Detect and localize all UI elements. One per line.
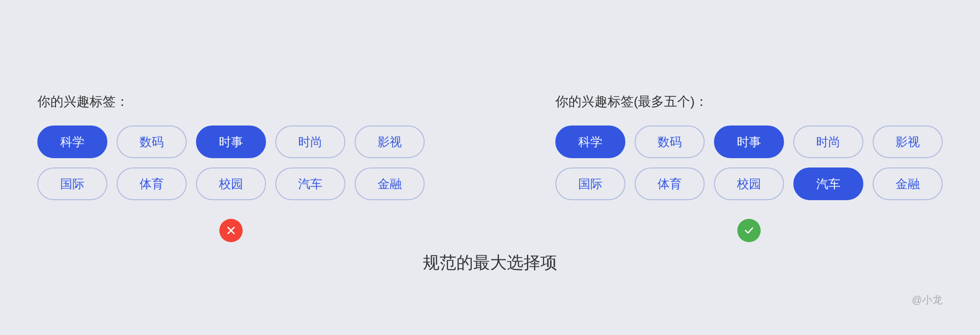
- right-tag-时事[interactable]: 时事: [714, 126, 784, 158]
- left-indicator-row: [37, 219, 425, 242]
- right-indicator-row: [555, 219, 943, 242]
- right-panel-title: 你的兴趣标签(最多五个)：: [555, 93, 943, 111]
- left-tag-国际[interactable]: 国际: [37, 168, 107, 200]
- right-panel: 你的兴趣标签(最多五个)： 科学数码时事时尚影视国际体育校园汽车金融: [555, 93, 943, 242]
- left-tag-金融[interactable]: 金融: [355, 168, 425, 200]
- right-tag-汽车[interactable]: 汽车: [793, 168, 863, 200]
- error-indicator: [219, 219, 243, 242]
- left-tag-时尚[interactable]: 时尚: [275, 126, 345, 158]
- left-tag-影视[interactable]: 影视: [355, 126, 425, 158]
- left-tag-时事[interactable]: 时事: [196, 126, 266, 158]
- left-tag-校园[interactable]: 校园: [196, 168, 266, 200]
- right-tag-科学[interactable]: 科学: [555, 126, 625, 158]
- left-tag-数码[interactable]: 数码: [117, 126, 187, 158]
- left-panel-title: 你的兴趣标签：: [37, 93, 425, 111]
- right-tag-校园[interactable]: 校园: [714, 168, 784, 200]
- bottom-title: 规范的最大选择项: [423, 251, 557, 274]
- right-tag-数码[interactable]: 数码: [635, 126, 705, 158]
- left-panel: 你的兴趣标签： 科学数码时事时尚影视国际体育校园汽车金融: [37, 93, 425, 242]
- left-tags-grid: 科学数码时事时尚影视国际体育校园汽车金融: [37, 126, 425, 200]
- main-container: 你的兴趣标签： 科学数码时事时尚影视国际体育校园汽车金融 你的兴趣标签(最多五个…: [37, 65, 943, 270]
- right-tag-影视[interactable]: 影视: [873, 126, 943, 158]
- watermark: @小龙: [912, 293, 943, 307]
- left-tag-体育[interactable]: 体育: [117, 168, 187, 200]
- left-tag-汽车[interactable]: 汽车: [275, 168, 345, 200]
- success-indicator: [737, 219, 761, 242]
- right-tag-体育[interactable]: 体育: [635, 168, 705, 200]
- right-tag-国际[interactable]: 国际: [555, 168, 625, 200]
- right-tag-金融[interactable]: 金融: [873, 168, 943, 200]
- right-tags-grid: 科学数码时事时尚影视国际体育校园汽车金融: [555, 126, 943, 200]
- right-tag-时尚[interactable]: 时尚: [793, 126, 863, 158]
- left-tag-科学[interactable]: 科学: [37, 126, 107, 158]
